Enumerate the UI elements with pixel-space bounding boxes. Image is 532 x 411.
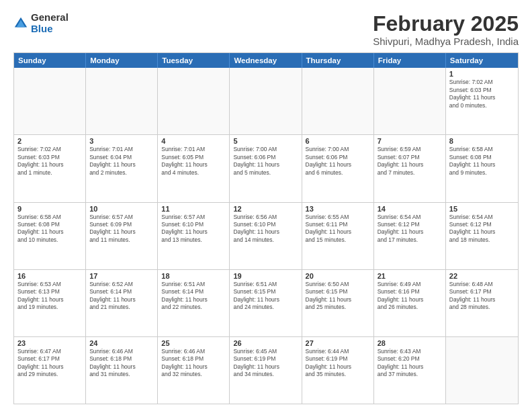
day-cell-6: 6Sunrise: 7:00 AMSunset: 6:06 PMDaylight… <box>302 135 374 201</box>
day-info: Sunrise: 6:43 AMSunset: 6:20 PMDaylight:… <box>378 348 442 379</box>
day-number: 8 <box>449 137 515 145</box>
day-number: 10 <box>89 205 154 213</box>
day-info: Sunrise: 6:56 AMSunset: 6:10 PMDaylight:… <box>233 214 298 244</box>
page: General Blue February 2025 Shivpuri, Mad… <box>0 0 532 411</box>
location-title: Shivpuri, Madhya Pradesh, India <box>373 36 519 47</box>
day-info: Sunrise: 6:57 AMSunset: 6:09 PMDaylight:… <box>89 214 154 244</box>
day-number: 26 <box>233 339 298 347</box>
day-info: Sunrise: 6:52 AMSunset: 6:14 PMDaylight:… <box>89 281 154 312</box>
empty-cell-0-1 <box>86 68 158 134</box>
day-info: Sunrise: 6:54 AMSunset: 6:12 PMDaylight:… <box>449 214 515 244</box>
day-cell-13: 13Sunrise: 6:55 AMSunset: 6:11 PMDayligh… <box>302 203 374 269</box>
day-number: 6 <box>306 137 370 145</box>
day-number: 25 <box>161 339 226 347</box>
calendar-row-4: 23Sunrise: 6:47 AMSunset: 6:17 PMDayligh… <box>14 336 518 404</box>
calendar-row-1: 2Sunrise: 7:02 AMSunset: 6:03 PMDaylight… <box>14 134 518 201</box>
day-info: Sunrise: 6:46 AMSunset: 6:18 PMDaylight:… <box>89 348 154 379</box>
day-cell-5: 5Sunrise: 7:00 AMSunset: 6:06 PMDaylight… <box>230 135 302 201</box>
day-number: 20 <box>306 272 370 280</box>
day-number: 7 <box>378 137 442 145</box>
day-cell-23: 23Sunrise: 6:47 AMSunset: 6:17 PMDayligh… <box>14 337 86 404</box>
calendar-row-3: 16Sunrise: 6:53 AMSunset: 6:13 PMDayligh… <box>14 269 518 336</box>
day-cell-12: 12Sunrise: 6:56 AMSunset: 6:10 PMDayligh… <box>230 203 302 269</box>
day-cell-14: 14Sunrise: 6:54 AMSunset: 6:12 PMDayligh… <box>374 203 446 269</box>
day-cell-10: 10Sunrise: 6:57 AMSunset: 6:09 PMDayligh… <box>86 203 158 269</box>
day-info: Sunrise: 7:01 AMSunset: 6:04 PMDaylight:… <box>89 146 154 177</box>
day-cell-1: 1Sunrise: 7:02 AMSunset: 6:03 PMDaylight… <box>446 68 518 134</box>
day-info: Sunrise: 7:00 AMSunset: 6:06 PMDaylight:… <box>306 146 370 177</box>
logo-text: General Blue <box>31 12 69 34</box>
empty-cell-4-6 <box>446 337 518 404</box>
day-cell-16: 16Sunrise: 6:53 AMSunset: 6:13 PMDayligh… <box>14 270 86 336</box>
day-info: Sunrise: 6:51 AMSunset: 6:14 PMDaylight:… <box>161 281 226 312</box>
day-cell-15: 15Sunrise: 6:54 AMSunset: 6:12 PMDayligh… <box>446 203 518 269</box>
logo: General Blue <box>13 12 69 34</box>
day-number: 22 <box>449 272 515 280</box>
day-number: 1 <box>449 70 515 78</box>
day-info: Sunrise: 7:02 AMSunset: 6:03 PMDaylight:… <box>17 146 82 177</box>
day-cell-17: 17Sunrise: 6:52 AMSunset: 6:14 PMDayligh… <box>86 270 158 336</box>
day-number: 28 <box>378 339 442 347</box>
day-cell-22: 22Sunrise: 6:48 AMSunset: 6:17 PMDayligh… <box>446 270 518 336</box>
day-info: Sunrise: 6:46 AMSunset: 6:18 PMDaylight:… <box>161 348 226 379</box>
day-number: 2 <box>17 137 82 145</box>
weekday-header-wednesday: Wednesday <box>230 53 302 68</box>
day-info: Sunrise: 6:48 AMSunset: 6:17 PMDaylight:… <box>449 281 515 312</box>
day-number: 13 <box>306 205 370 213</box>
day-cell-24: 24Sunrise: 6:46 AMSunset: 6:18 PMDayligh… <box>86 337 158 404</box>
title-block: February 2025 Shivpuri, Madhya Pradesh, … <box>373 12 519 47</box>
day-number: 4 <box>161 137 226 145</box>
day-info: Sunrise: 6:58 AMSunset: 6:08 PMDaylight:… <box>449 146 515 177</box>
calendar-header: SundayMondayTuesdayWednesdayThursdayFrid… <box>14 53 518 68</box>
day-number: 24 <box>89 339 154 347</box>
day-cell-7: 7Sunrise: 6:59 AMSunset: 6:07 PMDaylight… <box>374 135 446 201</box>
empty-cell-0-2 <box>158 68 230 134</box>
day-number: 16 <box>17 272 82 280</box>
day-number: 27 <box>306 339 370 347</box>
weekday-header-thursday: Thursday <box>302 53 374 68</box>
calendar: SundayMondayTuesdayWednesdayThursdayFrid… <box>13 52 519 404</box>
day-info: Sunrise: 6:58 AMSunset: 6:08 PMDaylight:… <box>17 214 82 244</box>
day-cell-19: 19Sunrise: 6:51 AMSunset: 6:15 PMDayligh… <box>230 270 302 336</box>
day-cell-18: 18Sunrise: 6:51 AMSunset: 6:14 PMDayligh… <box>158 270 230 336</box>
logo-blue-text: Blue <box>31 24 69 35</box>
day-cell-4: 4Sunrise: 7:01 AMSunset: 6:05 PMDaylight… <box>158 135 230 201</box>
calendar-row-0: 1Sunrise: 7:02 AMSunset: 6:03 PMDaylight… <box>14 68 518 134</box>
header: General Blue February 2025 Shivpuri, Mad… <box>13 12 519 47</box>
weekday-header-tuesday: Tuesday <box>158 53 230 68</box>
day-number: 9 <box>17 205 82 213</box>
day-cell-20: 20Sunrise: 6:50 AMSunset: 6:15 PMDayligh… <box>302 270 374 336</box>
calendar-row-2: 9Sunrise: 6:58 AMSunset: 6:08 PMDaylight… <box>14 202 518 269</box>
day-number: 23 <box>17 339 82 347</box>
day-number: 12 <box>233 205 298 213</box>
day-info: Sunrise: 6:44 AMSunset: 6:19 PMDaylight:… <box>306 348 370 379</box>
day-cell-27: 27Sunrise: 6:44 AMSunset: 6:19 PMDayligh… <box>302 337 374 404</box>
day-number: 18 <box>161 272 226 280</box>
day-cell-8: 8Sunrise: 6:58 AMSunset: 6:08 PMDaylight… <box>446 135 518 201</box>
day-info: Sunrise: 6:50 AMSunset: 6:15 PMDaylight:… <box>306 281 370 312</box>
day-cell-25: 25Sunrise: 6:46 AMSunset: 6:18 PMDayligh… <box>158 337 230 404</box>
day-info: Sunrise: 7:01 AMSunset: 6:05 PMDaylight:… <box>161 146 226 177</box>
empty-cell-0-3 <box>230 68 302 134</box>
weekday-header-monday: Monday <box>86 53 158 68</box>
day-info: Sunrise: 6:55 AMSunset: 6:11 PMDaylight:… <box>306 214 370 244</box>
day-cell-11: 11Sunrise: 6:57 AMSunset: 6:10 PMDayligh… <box>158 203 230 269</box>
day-info: Sunrise: 7:00 AMSunset: 6:06 PMDaylight:… <box>233 146 298 177</box>
day-number: 5 <box>233 137 298 145</box>
weekday-header-saturday: Saturday <box>446 53 518 68</box>
day-cell-28: 28Sunrise: 6:43 AMSunset: 6:20 PMDayligh… <box>374 337 446 404</box>
empty-cell-0-0 <box>14 68 86 134</box>
day-number: 21 <box>378 272 442 280</box>
day-number: 3 <box>89 137 154 145</box>
day-info: Sunrise: 6:59 AMSunset: 6:07 PMDaylight:… <box>378 146 442 177</box>
day-info: Sunrise: 7:02 AMSunset: 6:03 PMDaylight:… <box>449 79 515 109</box>
day-info: Sunrise: 6:51 AMSunset: 6:15 PMDaylight:… <box>233 281 298 312</box>
day-cell-9: 9Sunrise: 6:58 AMSunset: 6:08 PMDaylight… <box>14 203 86 269</box>
day-number: 11 <box>161 205 226 213</box>
day-cell-2: 2Sunrise: 7:02 AMSunset: 6:03 PMDaylight… <box>14 135 86 201</box>
logo-general-text: General <box>31 12 69 24</box>
day-info: Sunrise: 6:47 AMSunset: 6:17 PMDaylight:… <box>17 348 82 379</box>
day-info: Sunrise: 6:45 AMSunset: 6:19 PMDaylight:… <box>233 348 298 379</box>
empty-cell-0-4 <box>302 68 374 134</box>
day-cell-21: 21Sunrise: 6:49 AMSunset: 6:16 PMDayligh… <box>374 270 446 336</box>
